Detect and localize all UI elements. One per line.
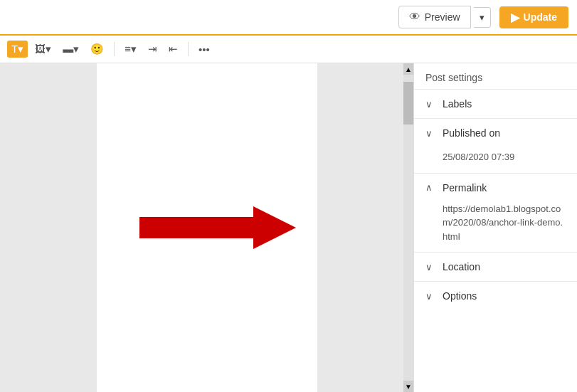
align-icon: ≡▾ [125,43,137,55]
sidebar-title: Post settings [414,63,577,89]
preview-dropdown-button[interactable]: ▾ [474,7,491,28]
text-style-icon: T▾ [11,43,23,55]
options-section: ∨ Options [414,281,577,310]
published-on-value: 25/08/2020 07:39 [414,147,577,173]
chevron-down-icon: ▾ [480,12,485,23]
send-icon: ▶ [511,11,519,24]
scrollbar-thumb[interactable] [403,82,413,125]
more-button[interactable]: ••• [194,41,214,58]
post-settings-sidebar: Post settings ∨ Labels ∨ Published on 25… [413,63,577,392]
eye-icon: 👁 [409,11,420,23]
preview-label: Preview [425,11,460,23]
location-section: ∨ Location [414,252,577,281]
indent-button[interactable]: ⇥ [144,40,162,58]
svg-marker-0 [139,206,296,249]
outdent-icon: ⇤ [169,43,178,55]
update-label: Update [524,11,557,23]
emoji-icon: 🙂 [90,43,104,55]
permalink-section: ∧ Permalink https://demolab1.blogspot.co… [414,173,577,253]
toolbar-separator-2 [188,42,189,56]
video-button[interactable]: ▬▾ [58,40,83,58]
labels-label: Labels [443,98,472,110]
outdent-button[interactable]: ⇤ [164,40,182,58]
labels-chevron: ∨ [425,99,437,110]
options-label: Options [443,290,477,302]
main-content: ▲ ▼ Post settings ∨ Labels ∨ Published o… [0,63,577,392]
permalink-section-header[interactable]: ∧ Permalink [414,174,577,202]
permalink-label: Permalink [443,182,487,194]
scroll-up-arrow[interactable]: ▲ [403,63,413,75]
editor-toolbar: T▾ 🖼▾ ▬▾ 🙂 ≡▾ ⇥ ⇤ ••• [0,36,577,63]
image-button[interactable]: 🖼▾ [31,40,55,58]
toolbar-separator-1 [114,42,115,56]
editor-scrollbar[interactable]: ▲ ▼ [403,63,413,392]
editor-canvas[interactable] [97,63,317,392]
labels-section: ∨ Labels [414,89,577,118]
video-icon: ▬▾ [63,43,79,55]
published-chevron: ∨ [425,128,437,139]
published-on-section: ∨ Published on 25/08/2020 07:39 [414,118,577,173]
emoji-button[interactable]: 🙂 [86,40,108,58]
published-on-section-header[interactable]: ∨ Published on [414,119,577,147]
more-icon: ••• [198,43,210,55]
permalink-url: https://demolab1.blogspot.com/2020/08/an… [414,202,577,253]
editor-area: ▲ ▼ [0,63,413,392]
text-style-button[interactable]: T▾ [7,41,28,58]
top-bar: 👁 Preview ▾ ▶ Update [0,0,577,36]
red-arrow-graphic [139,206,296,249]
preview-button[interactable]: 👁 Preview [398,6,471,28]
location-label: Location [443,261,480,272]
indent-icon: ⇥ [148,43,157,55]
scroll-down-arrow[interactable]: ▼ [403,381,413,392]
update-button[interactable]: ▶ Update [499,6,568,28]
align-button[interactable]: ≡▾ [120,40,141,58]
location-section-header[interactable]: ∨ Location [414,253,577,281]
scrollbar-track[interactable] [403,75,413,381]
permalink-chevron: ∧ [425,182,437,193]
options-chevron: ∨ [425,291,437,302]
published-on-label: Published on [443,127,500,139]
labels-section-header[interactable]: ∨ Labels [414,90,577,118]
options-section-header[interactable]: ∨ Options [414,282,577,310]
location-chevron: ∨ [425,262,437,272]
image-icon: 🖼▾ [35,43,51,55]
